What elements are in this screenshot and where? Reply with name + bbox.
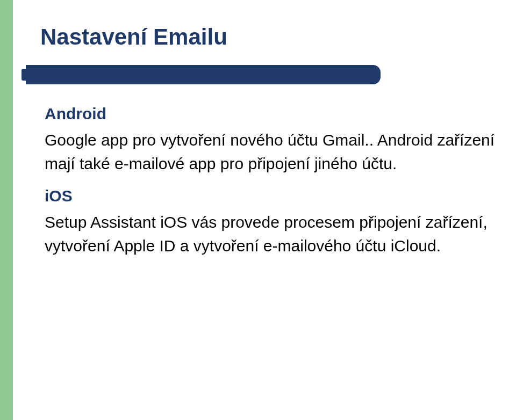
para-ios: Setup Assistant iOS vás provede procesem… bbox=[45, 211, 496, 257]
decorative-bar bbox=[26, 65, 381, 84]
sidebar-accent bbox=[0, 0, 13, 420]
para-android: Google app pro vytvoření nového účtu Gma… bbox=[45, 128, 496, 175]
heading-android: Android bbox=[45, 105, 496, 123]
page-title: Nastavení Emailu bbox=[40, 24, 516, 50]
slide-content: Nastavení Emailu Android Google app pro … bbox=[40, 24, 516, 269]
decorative-bar-row bbox=[22, 65, 516, 84]
heading-ios: iOS bbox=[45, 187, 496, 205]
body-text: Android Google app pro vytvoření nového … bbox=[45, 105, 496, 257]
